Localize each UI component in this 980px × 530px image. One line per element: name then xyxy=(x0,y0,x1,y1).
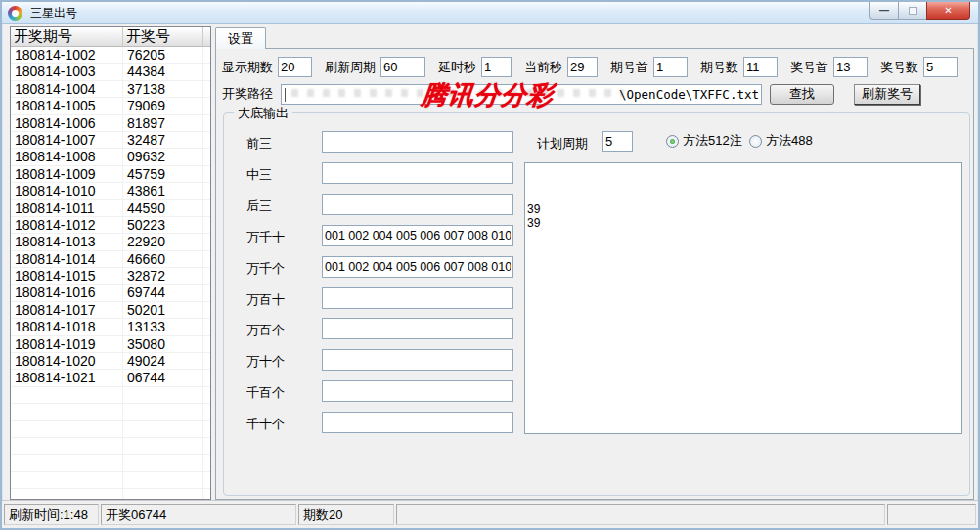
field-input[interactable] xyxy=(380,57,425,77)
cell-number xyxy=(123,404,203,420)
draw-results-table[interactable]: 开奖期号 开奖号 180814-100276205180814-10034438… xyxy=(10,26,211,500)
find-button[interactable]: 查找 xyxy=(770,84,834,105)
table-row[interactable]: 180814-101250223 xyxy=(11,217,210,234)
plan-output-box[interactable]: 39 39 xyxy=(524,162,962,434)
output-row-input[interactable] xyxy=(322,412,513,433)
maximize-button[interactable] xyxy=(899,2,926,20)
field-label: 期号首 xyxy=(610,59,648,76)
table-row[interactable]: 180814-101322920 xyxy=(11,234,210,250)
cell-filler xyxy=(203,268,210,285)
table-row[interactable]: 180814-101669744 xyxy=(11,285,210,301)
column-header-period[interactable]: 开奖期号 xyxy=(11,27,123,46)
cell-period: 180814-1011 xyxy=(11,200,123,217)
table-row[interactable]: 180814-100945759 xyxy=(11,166,210,183)
table-row[interactable]: 180814-102049024 xyxy=(11,353,210,370)
table-row[interactable]: 180814-100437138 xyxy=(11,81,210,98)
minimize-button[interactable]: — xyxy=(869,2,899,20)
cell-number xyxy=(123,438,203,455)
path-row: 开奖路径 \OpenCode\TXFFC.txt 腾讯分分彩 查找 刷新奖号 xyxy=(220,83,971,105)
output-row-input[interactable] xyxy=(322,287,513,309)
output-row-input[interactable] xyxy=(322,380,513,402)
cell-filler xyxy=(203,336,210,353)
cell-filler xyxy=(203,64,210,80)
cell-filler xyxy=(203,489,210,500)
output-row-label: 前三 xyxy=(246,135,272,153)
field-input[interactable] xyxy=(833,57,868,77)
field-input[interactable] xyxy=(653,57,688,77)
output-row-input[interactable] xyxy=(322,225,513,246)
plan-cycle-input[interactable] xyxy=(602,131,633,152)
cell-number: 22920 xyxy=(123,234,203,250)
table-row[interactable]: 180814-101532872 xyxy=(11,268,210,285)
column-header-number[interactable]: 开奖号 xyxy=(123,27,203,46)
cell-period: 180814-1017 xyxy=(11,302,123,319)
table-row[interactable]: 180814-101750201 xyxy=(11,302,210,319)
cell-number xyxy=(123,455,203,471)
table-row[interactable]: 180814-101935080 xyxy=(11,336,210,353)
table-row[interactable]: 180814-101813133 xyxy=(11,319,210,335)
table-row[interactable]: 180814-100344384 xyxy=(11,64,210,80)
table-row[interactable]: 180814-101446660 xyxy=(11,251,210,268)
close-button[interactable]: ✕ xyxy=(926,2,970,20)
output-row-label: 万百十 xyxy=(246,291,285,309)
output-row-label: 中三 xyxy=(246,166,272,184)
path-value: \OpenCode\TXFFC.txt xyxy=(619,87,759,102)
cell-period xyxy=(11,404,123,420)
cell-period xyxy=(11,421,123,438)
cell-filler xyxy=(203,98,210,114)
cell-period: 180814-1019 xyxy=(11,336,123,353)
cell-number: 43861 xyxy=(123,183,203,199)
method-488-radio[interactable]: 方法488 xyxy=(749,132,813,150)
radio-dot-icon xyxy=(666,135,679,148)
table-row[interactable]: 180814-100809632 xyxy=(11,149,210,165)
table-row[interactable]: 180814-100732487 xyxy=(11,132,210,149)
output-row-label: 万千十 xyxy=(246,229,285,246)
path-label: 开奖路径 xyxy=(222,85,273,103)
cell-filler xyxy=(203,47,210,64)
field-input[interactable] xyxy=(743,57,778,77)
output-row-input[interactable] xyxy=(322,349,513,371)
output-group-title: 大底输出 xyxy=(234,105,292,122)
table-row[interactable]: 180814-100681897 xyxy=(11,115,210,132)
field-input[interactable] xyxy=(567,57,598,77)
cell-period xyxy=(11,472,123,489)
method-512-radio[interactable]: 方法512注 xyxy=(666,132,742,150)
output-row-input[interactable] xyxy=(322,318,513,339)
cell-number: 13133 xyxy=(123,319,203,335)
refresh-prize-button[interactable]: 刷新奖号 xyxy=(854,84,920,105)
output-row-input[interactable] xyxy=(322,256,513,278)
cell-number xyxy=(123,489,203,500)
field-label: 显示期数 xyxy=(222,59,273,76)
cell-filler xyxy=(203,217,210,234)
tab-settings[interactable]: 设置 xyxy=(215,27,266,49)
table-row[interactable]: 180814-100276205 xyxy=(11,47,210,64)
table-row[interactable]: 180814-101043861 xyxy=(11,183,210,199)
field-input[interactable] xyxy=(481,57,512,77)
cell-period: 180814-1014 xyxy=(11,251,123,268)
output-row-input[interactable] xyxy=(322,194,513,215)
output-row-input[interactable] xyxy=(322,131,513,153)
cell-period: 180814-1016 xyxy=(11,285,123,301)
app-window: 三星出号 — ✕ 开奖期号 开奖号 180814-100276205180814… xyxy=(0,0,980,530)
field-input[interactable] xyxy=(278,57,312,77)
table-row[interactable]: 180814-100579069 xyxy=(11,98,210,114)
settings-tab-page: 显示期数刷新周期延时秒当前秒期号首期号数奖号首奖号数 开奖路径 \OpenCod… xyxy=(215,48,974,500)
table-empty-row xyxy=(11,489,210,500)
output-group-box: 大底输出 计划周期 方法512注 方法488 39 39 前三中三后三万千十万千… xyxy=(223,112,970,496)
cell-period: 180814-1010 xyxy=(11,183,123,199)
cell-filler xyxy=(203,455,210,471)
cell-filler xyxy=(203,285,210,301)
cell-number: 06744 xyxy=(123,370,203,386)
table-row[interactable]: 180814-101144590 xyxy=(11,200,210,217)
cell-number: 50223 xyxy=(123,217,203,234)
cell-period: 180814-1015 xyxy=(11,268,123,285)
output-row-input[interactable] xyxy=(322,162,513,184)
cell-period xyxy=(11,438,123,455)
title-bar: 三星出号 — ✕ xyxy=(2,2,978,24)
field-input[interactable] xyxy=(923,57,958,77)
cell-filler xyxy=(203,302,210,319)
maximize-icon xyxy=(909,7,917,15)
cell-filler xyxy=(203,404,210,420)
table-row[interactable]: 180814-102106744 xyxy=(11,370,210,386)
cell-number: 50201 xyxy=(123,302,203,319)
